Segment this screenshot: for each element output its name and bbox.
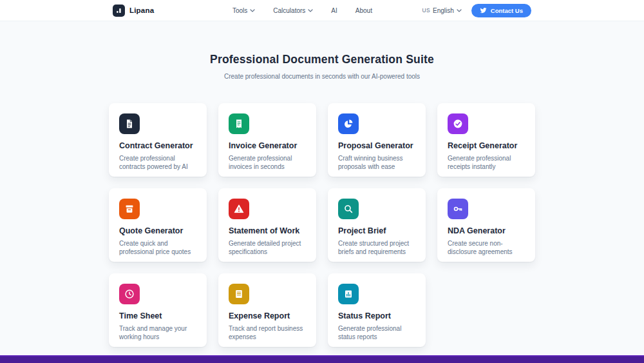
card-quote-generator[interactable]: Quote Generator Create quick and profess… [109,188,207,262]
hero-section: Professional Document Generation Suite C… [0,21,644,80]
card-title: Status Report [338,311,415,320]
search-icon [338,199,359,219]
card-statement-of-work[interactable]: Statement of Work Generate detailed proj… [218,188,316,262]
card-receipt-generator[interactable]: Receipt Generator Generate professional … [437,103,535,177]
card-status-report[interactable]: Status Report Generate professional stat… [328,273,426,347]
chevron-down-icon [308,9,313,12]
chevron-down-icon [457,9,462,12]
card-project-brief[interactable]: Project Brief Create structured project … [328,188,426,262]
card-title: Project Brief [338,226,415,235]
card-description: Create professional contracts powered by… [119,154,196,171]
card-description: Create structured project briefs and req… [338,239,415,256]
card-description: Generate professional receipts instantly [448,154,525,171]
card-title: Contract Generator [119,141,196,150]
document-icon [119,113,140,134]
language-selector[interactable]: US English [422,7,462,14]
card-title: Receipt Generator [448,141,525,150]
tools-grid: Contract Generator Create professional c… [109,103,535,347]
card-title: Proposal Generator [338,141,415,150]
nav-tools[interactable]: Tools [232,7,255,14]
chevron-down-icon [250,9,255,12]
page-title: Professional Document Generation Suite [0,53,644,66]
card-description: Track and report business expenses [229,324,306,341]
footer-bar [0,355,644,363]
nav-about-label: About [355,7,372,14]
language-label: English [433,7,454,14]
card-description: Generate professional status reports [338,324,415,341]
card-description: Craft winning business proposals with ea… [338,154,415,171]
nav-calculators[interactable]: Calculators [273,7,313,14]
card-description: Generate detailed project specifications [229,239,306,256]
nav-tools-label: Tools [232,7,247,14]
contact-us-label: Contact Us [491,7,523,14]
brand-logo[interactable]: Lipana [113,5,154,17]
card-title: NDA Generator [448,226,525,235]
nav-ai[interactable]: AI [331,7,337,14]
card-description: Track and manage your working hours [119,324,196,341]
card-description: Generate professional invoices in second… [229,154,306,171]
twitter-icon [480,7,487,14]
nav-ai-label: AI [331,7,337,14]
bar-chart-icon [338,284,359,304]
check-circle-icon [448,113,468,134]
lined-document-icon [229,284,249,304]
card-description: Create secure non-disclosure agreements [448,239,525,256]
clock-icon [119,284,140,304]
archive-box-icon [119,199,140,219]
key-icon [448,199,468,219]
card-invoice-generator[interactable]: Invoice Generator Generate professional … [218,103,316,177]
brand-name: Lipana [129,6,154,14]
language-flag-code: US [422,7,430,14]
card-description: Create quick and professional price quot… [119,239,196,256]
main-nav: Tools Calculators AI About [204,7,372,14]
warning-triangle-icon [229,199,249,219]
top-navbar: Lipana Tools Calculators AI About US Eng… [0,0,644,21]
card-title: Expense Report [229,311,306,320]
card-time-sheet[interactable]: Time Sheet Track and manage your working… [109,273,207,347]
card-title: Quote Generator [119,226,196,235]
card-proposal-generator[interactable]: Proposal Generator Craft winning busines… [328,103,426,177]
nav-calculators-label: Calculators [273,7,305,14]
contact-us-button[interactable]: Contact Us [471,4,531,17]
page-subtitle: Create professional documents in seconds… [0,73,644,80]
lipana-logo-icon [113,5,125,17]
nav-about[interactable]: About [355,7,372,14]
receipt-icon [229,113,249,134]
card-expense-report[interactable]: Expense Report Track and report business… [218,273,316,347]
card-title: Time Sheet [119,311,196,320]
card-contract-generator[interactable]: Contract Generator Create professional c… [109,103,207,177]
card-title: Invoice Generator [229,141,306,150]
card-nda-generator[interactable]: NDA Generator Create secure non-disclosu… [437,188,535,262]
pie-chart-icon [338,113,359,134]
card-title: Statement of Work [229,226,306,235]
